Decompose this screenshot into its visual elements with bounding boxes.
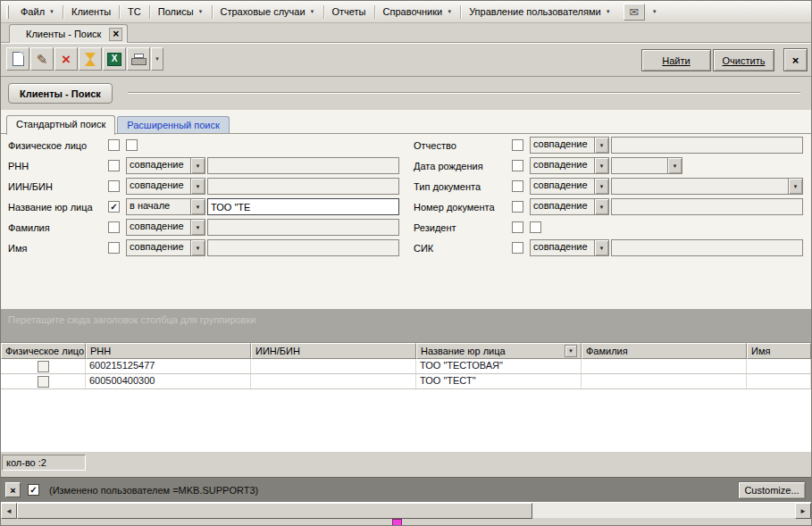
sik-input[interactable] xyxy=(611,239,803,256)
print-dropdown-button[interactable]: ▼ xyxy=(151,47,163,71)
filter-enabled-checkbox[interactable]: ✓ xyxy=(28,484,39,496)
value-checkbox[interactable] xyxy=(126,139,138,151)
chevron-down-icon: ▼ xyxy=(49,9,54,14)
scrollbar-thumb[interactable] xyxy=(17,503,532,519)
menu-reports[interactable]: Отчеты xyxy=(325,4,373,20)
scroll-right-button[interactable]: ► xyxy=(795,503,811,519)
table-row[interactable]: 600215125477 ТОО "ТЕСТОВАЯ" xyxy=(1,359,811,374)
print-button[interactable] xyxy=(127,47,150,71)
combobox-dropdown-button[interactable]: ▼ xyxy=(594,240,608,255)
combobox-dropdown-button[interactable]: ▼ xyxy=(594,179,608,194)
family-input[interactable] xyxy=(207,219,399,236)
enable-checkbox[interactable] xyxy=(108,242,120,254)
mail-button[interactable]: ✉ xyxy=(624,4,645,21)
birthdate-select[interactable]: ▼ xyxy=(611,157,682,174)
menu-directories[interactable]: Справочники ▼ xyxy=(376,4,460,20)
enable-checkbox[interactable] xyxy=(512,180,523,192)
match-combobox[interactable]: совпадение ▼ xyxy=(530,137,609,154)
menu-ts[interactable]: ТС xyxy=(121,4,148,20)
menu-file[interactable]: Файл ▼ xyxy=(13,4,62,20)
tab-title: Клиенты - Поиск xyxy=(26,29,101,39)
cell-family xyxy=(582,374,747,388)
match-combobox[interactable]: совпадение ▼ xyxy=(530,198,609,215)
column-header-familia[interactable]: Фамилия xyxy=(582,343,747,359)
enable-checkbox[interactable] xyxy=(512,139,523,151)
match-combobox[interactable]: совпадение ▼ xyxy=(126,239,205,256)
mail-dropdown[interactable]: ▼ xyxy=(645,6,665,17)
close-filter-button[interactable]: × xyxy=(5,482,21,497)
menu-clients[interactable]: Клиенты xyxy=(64,4,118,20)
row-org-name: Название юр лица ✓ в начале ▼ xyxy=(8,196,408,217)
match-combobox[interactable]: совпадение ▼ xyxy=(530,239,609,256)
history-button[interactable] xyxy=(79,47,102,71)
match-combobox[interactable]: совпадение ▼ xyxy=(126,178,205,195)
combobox-dropdown-button[interactable]: ▼ xyxy=(190,199,205,214)
tab-close-button[interactable]: × xyxy=(109,28,122,41)
enable-checkbox[interactable] xyxy=(108,180,120,192)
red-x-icon: × xyxy=(62,52,71,67)
match-combobox[interactable]: совпадение ▼ xyxy=(126,157,205,174)
enable-checkbox[interactable] xyxy=(512,160,523,171)
combobox-dropdown-button[interactable]: ▼ xyxy=(594,199,608,214)
new-record-button[interactable] xyxy=(6,47,29,71)
column-header-org-name[interactable]: Название юр лица ▼ xyxy=(416,343,582,359)
rnn-input[interactable] xyxy=(207,157,399,174)
chevron-down-icon: ▼ xyxy=(155,56,160,62)
column-header-rnn[interactable]: РНН xyxy=(86,343,251,359)
enable-checkbox[interactable] xyxy=(108,221,120,233)
combobox-dropdown-button[interactable]: ▼ xyxy=(594,158,608,173)
close-view-button[interactable]: × xyxy=(783,48,808,71)
row-checkbox[interactable] xyxy=(38,376,49,388)
customize-button[interactable]: Customize... xyxy=(738,481,806,499)
enable-checkbox[interactable] xyxy=(512,201,523,213)
column-filter-button[interactable]: ▼ xyxy=(565,345,577,357)
otchestvo-input[interactable] xyxy=(611,137,803,154)
iin-bin-input[interactable] xyxy=(207,178,399,195)
splitter-marker[interactable] xyxy=(392,519,402,526)
find-button[interactable]: Найти xyxy=(641,49,711,71)
clear-button[interactable]: Очистить xyxy=(713,49,774,71)
enable-checkbox[interactable] xyxy=(108,160,120,171)
delete-record-button[interactable]: × xyxy=(54,47,78,71)
filter-description: (Изменено пользователем =MKB.SUPPORT3) xyxy=(49,485,258,496)
tab-clients-search[interactable]: Клиенты - Поиск × xyxy=(9,24,128,43)
menu-policies[interactable]: Полисы ▼ xyxy=(151,4,211,20)
combobox-dropdown-button[interactable]: ▼ xyxy=(667,158,682,173)
match-combobox[interactable]: совпадение ▼ xyxy=(126,219,205,236)
menu-insurance-cases[interactable]: Страховые случаи ▼ xyxy=(213,4,322,20)
combobox-dropdown-button[interactable]: ▼ xyxy=(190,240,205,255)
enable-checkbox[interactable] xyxy=(512,221,523,233)
combobox-dropdown-button[interactable]: ▼ xyxy=(190,179,205,194)
combobox-dropdown-button[interactable]: ▼ xyxy=(190,158,205,173)
match-combobox[interactable]: совпадение ▼ xyxy=(530,157,609,174)
enable-checkbox[interactable] xyxy=(108,139,120,151)
excel-export-button[interactable]: X xyxy=(103,47,126,71)
toolbar-grip[interactable] xyxy=(6,5,9,19)
value-checkbox[interactable] xyxy=(530,221,541,233)
section-title-label: Клиенты - Поиск xyxy=(20,88,101,99)
match-combobox[interactable]: совпадение ▼ xyxy=(530,178,609,195)
edit-record-button[interactable]: ✎ xyxy=(30,47,54,71)
row-checkbox[interactable] xyxy=(38,361,49,372)
enable-checkbox[interactable] xyxy=(512,242,523,254)
org-name-input[interactable] xyxy=(207,198,399,215)
tab-standard-search[interactable]: Стандартный поиск xyxy=(6,115,115,135)
field-label: СИК xyxy=(414,243,512,254)
tab-advanced-search[interactable]: Расширенный поиск xyxy=(117,116,230,133)
combobox-dropdown-button[interactable]: ▼ xyxy=(190,220,205,235)
match-combobox[interactable]: в начале ▼ xyxy=(126,198,205,215)
combobox-dropdown-button[interactable]: ▼ xyxy=(788,179,802,194)
column-header-imya[interactable]: Имя xyxy=(747,343,811,359)
column-header-iin-bin[interactable]: ИИН/БИН xyxy=(251,343,416,359)
name-input[interactable] xyxy=(207,239,399,256)
menu-user-management[interactable]: Управление пользователями ▼ xyxy=(462,4,618,20)
scroll-left-button[interactable]: ◄ xyxy=(1,503,17,519)
enable-checkbox[interactable]: ✓ xyxy=(108,201,120,213)
table-row[interactable]: 600500400300 ТОО "ТЕСТ" xyxy=(1,374,811,389)
group-by-panel[interactable]: Перетащите сюда заголовок столбца для гр… xyxy=(1,309,811,343)
doc-number-input[interactable] xyxy=(611,198,803,215)
horizontal-scrollbar[interactable]: ◄ ► xyxy=(1,502,811,518)
combobox-dropdown-button[interactable]: ▼ xyxy=(594,138,608,153)
column-header-fiz-lico[interactable]: Физическое лицо xyxy=(1,343,86,359)
doc-type-select[interactable]: ▼ xyxy=(611,178,803,195)
